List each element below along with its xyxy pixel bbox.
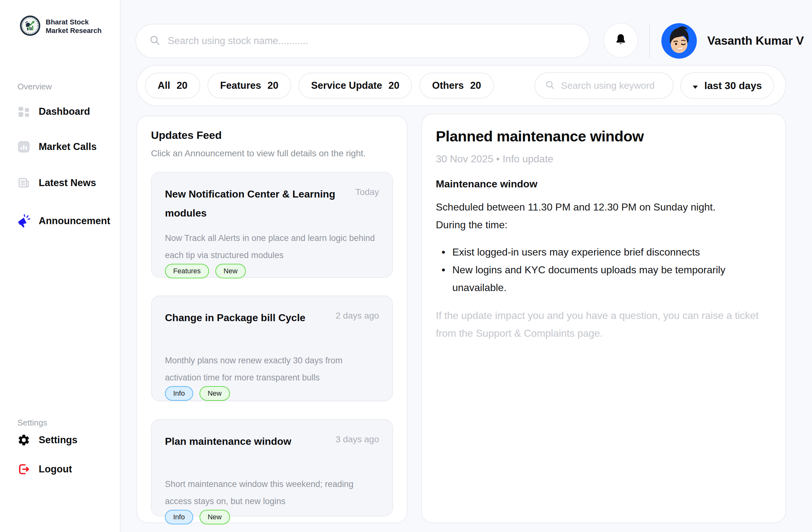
announcement-card[interactable]: Change in Package bill Cycle 2 days ago … bbox=[151, 295, 393, 401]
latest-news-icon bbox=[16, 176, 31, 190]
sidebar-item-label: Market Calls bbox=[39, 141, 97, 152]
detail-title: Planned maintenance window bbox=[436, 128, 771, 145]
keyword-search-input[interactable] bbox=[561, 80, 663, 91]
card-time: 2 days ago bbox=[336, 308, 379, 321]
sidebar-section-overview: Overview bbox=[17, 82, 52, 92]
filter-tab-label: Service Update bbox=[311, 80, 382, 91]
sidebar-item-market-calls[interactable]: Market Calls bbox=[16, 138, 97, 156]
filter-tab-count: 20 bbox=[470, 80, 481, 91]
notifications-button[interactable] bbox=[603, 23, 638, 58]
card-description: Short maintenance window this weekend; r… bbox=[165, 476, 379, 510]
search-icon bbox=[149, 34, 161, 47]
dashboard-icon bbox=[16, 104, 31, 119]
detail-meta: 30 Nov 2025 • Info update bbox=[436, 153, 771, 165]
card-title: Change in Package bill Cycle bbox=[165, 308, 305, 327]
filter-tab-features[interactable]: Features 20 bbox=[207, 73, 291, 99]
sidebar-item-settings[interactable]: Settings bbox=[16, 431, 77, 449]
card-title: Plan maintenance window bbox=[165, 432, 291, 451]
announcement-card[interactable]: Plan maintenance window 3 days ago Short… bbox=[151, 419, 393, 516]
announcement-filter-bar: All 20 Features 20 Service Update 20 Oth… bbox=[136, 65, 786, 106]
date-range-dropdown[interactable]: last 30 days bbox=[680, 72, 774, 99]
sidebar-section-settings: Settings bbox=[17, 418, 47, 428]
brand-name: Bharat Stock Market Research bbox=[46, 18, 102, 35]
sidebar-item-announcement[interactable]: Announcement bbox=[16, 212, 111, 230]
filter-tab-label: Features bbox=[220, 80, 261, 91]
tag-info: Info bbox=[165, 386, 193, 401]
sidebar-item-dashboard[interactable]: Dashboard bbox=[16, 103, 90, 120]
sidebar-item-label: Dashboard bbox=[39, 106, 90, 117]
user-name: Vasanth Kumar V bbox=[707, 24, 804, 58]
announcement-card[interactable]: New Notification Center & Learning modul… bbox=[151, 172, 393, 278]
chevron-down-icon bbox=[693, 80, 698, 92]
card-title: New Notification Center & Learning modul… bbox=[165, 184, 349, 223]
sidebar-item-label: Announcement bbox=[39, 215, 111, 227]
detail-bullet: Exist logged-in users may experience bri… bbox=[436, 243, 771, 261]
brand-logo-icon bbox=[20, 15, 41, 38]
brand: Bharat Stock Market Research bbox=[20, 15, 102, 38]
bell-icon bbox=[613, 32, 628, 48]
updates-feed-panel: Updates Feed Click an Announcement to vi… bbox=[136, 116, 408, 523]
card-time: Today bbox=[355, 184, 379, 197]
detail-bullet-list: Exist logged-in users may experience bri… bbox=[436, 243, 771, 296]
stock-search-input[interactable] bbox=[168, 35, 548, 47]
filter-tab-count: 20 bbox=[267, 80, 278, 91]
tag-new: New bbox=[215, 264, 246, 278]
tag-new: New bbox=[200, 510, 230, 524]
filter-tab-all[interactable]: All 20 bbox=[145, 73, 200, 99]
tag-features: Features bbox=[165, 264, 209, 278]
filter-tab-service-update[interactable]: Service Update 20 bbox=[299, 73, 412, 99]
gear-icon bbox=[16, 433, 31, 447]
user-avatar[interactable] bbox=[661, 23, 697, 59]
detail-heading: Maintenance window bbox=[436, 178, 771, 190]
sidebar-item-label: Latest News bbox=[39, 177, 96, 189]
filter-tab-count: 20 bbox=[177, 80, 187, 91]
stock-search-bar[interactable] bbox=[135, 24, 590, 58]
sidebar-item-label: Settings bbox=[39, 434, 77, 446]
logout-icon bbox=[16, 462, 31, 476]
header-divider bbox=[649, 24, 650, 58]
detail-bullet: New logins and KYC documents uploads may… bbox=[436, 261, 771, 296]
filter-tabs: All 20 Features 20 Service Update 20 Oth… bbox=[145, 73, 494, 99]
card-time: 3 days ago bbox=[336, 432, 379, 444]
sidebar-item-logout[interactable]: Logout bbox=[16, 460, 72, 478]
card-description: Monthly plans now renew exactly 30 days … bbox=[165, 352, 379, 386]
detail-footnote: If the update impact you and you have a … bbox=[436, 307, 769, 342]
filter-tab-others[interactable]: Others 20 bbox=[419, 73, 494, 99]
sidebar-item-label: Logout bbox=[39, 463, 72, 475]
feed-title: Updates Feed bbox=[151, 129, 393, 142]
date-range-label: last 30 days bbox=[705, 80, 762, 92]
tag-new: New bbox=[200, 386, 230, 401]
sidebar: Bharat Stock Market Research Overview Da… bbox=[0, 0, 120, 532]
detail-body-line: During the time: bbox=[436, 216, 771, 234]
keyword-search[interactable] bbox=[535, 72, 673, 99]
market-calls-icon bbox=[16, 139, 31, 154]
card-description: Now Track all Alerts in one place and le… bbox=[165, 230, 379, 264]
feed-subtitle: Click an Announcement to view full detai… bbox=[151, 148, 393, 159]
announcement-megaphone-icon bbox=[16, 214, 31, 228]
sidebar-item-latest-news[interactable]: Latest News bbox=[16, 174, 96, 192]
tag-info: Info bbox=[165, 510, 193, 524]
filter-tab-count: 20 bbox=[389, 80, 399, 91]
keyword-search-icon bbox=[545, 79, 555, 92]
detail-body-line: Scheduled between 11.30 PM and 12.30 PM … bbox=[436, 198, 771, 216]
announcement-detail-panel: Planned maintenance window 30 Nov 2025 •… bbox=[421, 114, 786, 523]
filter-tab-label: All bbox=[158, 80, 170, 91]
filter-tab-label: Others bbox=[432, 80, 464, 91]
memoji-avatar-icon bbox=[661, 23, 697, 59]
